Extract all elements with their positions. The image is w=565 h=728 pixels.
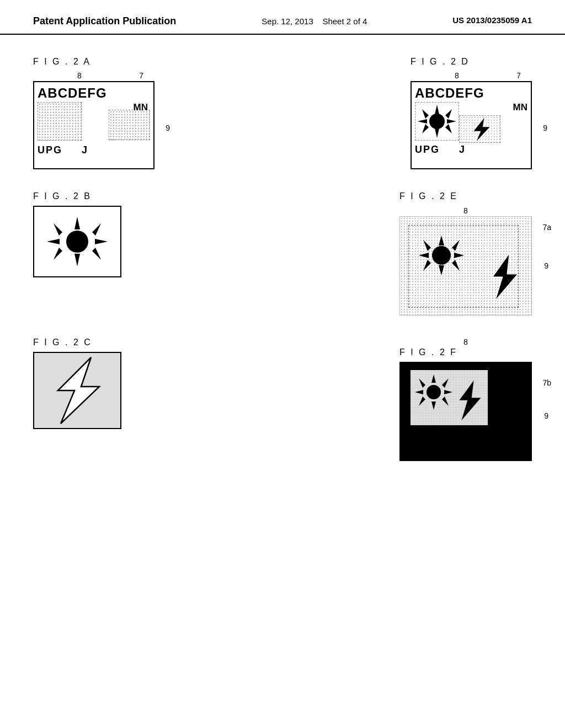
row-3: F I G . 2 C 8 F I G . 2 F bbox=[33, 338, 532, 463]
fig2d-middle-area: MN bbox=[415, 102, 527, 143]
fig2f-inner-dotted bbox=[411, 370, 488, 425]
fig2d-top-annotations: 8 7 bbox=[411, 71, 532, 81]
svg-marker-13 bbox=[47, 239, 60, 244]
svg-marker-23 bbox=[454, 253, 464, 258]
svg-marker-15 bbox=[54, 223, 62, 235]
svg-marker-25 bbox=[452, 240, 460, 251]
fig2a-ann-9: 9 bbox=[166, 124, 170, 132]
svg-marker-40 bbox=[459, 380, 481, 421]
fig2e-container: F I G . 2 E 8 bbox=[399, 191, 532, 315]
fig2b-container: F I G . 2 B bbox=[33, 191, 121, 277]
svg-marker-29 bbox=[493, 254, 518, 300]
header-date-sheet: Sep. 12, 2013 Sheet 2 of 4 bbox=[262, 15, 367, 28]
content-area: F I G . 2 A 8 7 ABCDEFG bbox=[0, 40, 565, 480]
fig2b-box bbox=[33, 206, 121, 277]
fig2e-wrap: 8 bbox=[399, 206, 532, 315]
header-patent-number: US 2013/0235059 A1 bbox=[452, 15, 532, 25]
svg-marker-21 bbox=[439, 265, 444, 275]
svg-point-19 bbox=[66, 231, 88, 253]
svg-marker-11 bbox=[74, 217, 80, 229]
header-date: Sep. 12, 2013 bbox=[262, 17, 313, 26]
fig2a-label: F I G . 2 A bbox=[33, 57, 154, 67]
fig2d-wrap: 8 7 ABCDEFG bbox=[411, 71, 532, 169]
fig2a-mn: MN bbox=[38, 102, 150, 113]
header-title: Patent Application Publication bbox=[33, 15, 176, 27]
svg-point-39 bbox=[427, 385, 441, 399]
fig2d-dotted-border bbox=[415, 102, 459, 141]
fig2e-lightning-svg bbox=[482, 252, 520, 302]
fig2f-ann-9: 9 bbox=[544, 411, 548, 420]
fig2d-label: F I G . 2 D bbox=[411, 57, 532, 67]
fig2b-label: F I G . 2 B bbox=[33, 191, 121, 201]
fig2f-label: F I G . 2 F bbox=[399, 347, 532, 357]
svg-marker-38 bbox=[442, 397, 449, 406]
fig2c-container: F I G . 2 C bbox=[33, 338, 121, 429]
svg-point-28 bbox=[432, 246, 451, 265]
fig2f-box bbox=[399, 362, 532, 461]
svg-marker-31 bbox=[431, 374, 436, 383]
svg-marker-16 bbox=[92, 223, 101, 235]
fig2c-box bbox=[33, 352, 121, 429]
fig2a-text-row1: ABCDEFG bbox=[34, 82, 153, 101]
fig2d-lightning-dotted bbox=[459, 115, 500, 143]
header-sheet: Sheet 2 of 4 bbox=[322, 17, 367, 26]
fig2a-dotted-right bbox=[109, 110, 150, 140]
svg-marker-32 bbox=[431, 402, 436, 410]
fig2a-dotted-area: MN bbox=[38, 102, 150, 143]
svg-marker-24 bbox=[423, 240, 431, 251]
svg-marker-27 bbox=[452, 260, 460, 271]
svg-marker-17 bbox=[54, 248, 62, 260]
fig2d-ann-8: 8 bbox=[455, 71, 459, 80]
fig2c-label: F I G . 2 C bbox=[33, 338, 121, 347]
fig2d-container: F I G . 2 D 8 7 ABCDEFG bbox=[411, 57, 532, 169]
fig2e-sun-wrap bbox=[417, 233, 466, 280]
fig2d-right-area: MN bbox=[459, 102, 527, 143]
fig2e-box bbox=[399, 216, 532, 315]
fig2d-ann-7: 7 bbox=[516, 71, 521, 80]
fig2f-lightning-svg bbox=[449, 378, 485, 422]
svg-marker-26 bbox=[423, 260, 431, 271]
fig2a-ann-7: 7 bbox=[139, 71, 143, 80]
svg-marker-30 bbox=[58, 357, 99, 424]
svg-marker-18 bbox=[92, 248, 101, 260]
fig2f-container: 8 F I G . 2 F bbox=[399, 338, 532, 463]
svg-marker-35 bbox=[419, 378, 425, 388]
fig2d-text-row1: ABCDEFG bbox=[412, 82, 531, 101]
fig2d-mn: MN bbox=[459, 102, 527, 113]
fig2e-label: F I G . 2 E bbox=[399, 191, 458, 201]
svg-marker-10 bbox=[473, 117, 490, 142]
fig2d-bottom-text: UPG J bbox=[412, 144, 531, 158]
fig2f-ann-7b: 7b bbox=[542, 378, 551, 387]
fig2b-sun-svg bbox=[44, 214, 110, 269]
fig2e-ann-8-label: 8 bbox=[399, 206, 532, 215]
svg-marker-14 bbox=[95, 239, 108, 244]
svg-marker-22 bbox=[419, 253, 429, 258]
page: Patent Application Publication Sep. 12, … bbox=[0, 0, 565, 728]
svg-marker-33 bbox=[415, 390, 423, 394]
fig2f-ann-8-label: 8 bbox=[399, 338, 532, 346]
row-1: F I G . 2 A 8 7 ABCDEFG bbox=[33, 57, 532, 169]
fig2a-container: F I G . 2 A 8 7 ABCDEFG bbox=[33, 57, 154, 169]
fig2a-top-annotations: 8 7 bbox=[33, 71, 154, 81]
fig2e-sun-svg bbox=[417, 233, 466, 277]
fig2f-sun-svg bbox=[413, 373, 455, 411]
fig2e-lightning-wrap bbox=[482, 252, 520, 304]
fig2d-ann-9: 9 bbox=[543, 124, 547, 132]
fig2a-ann-8: 8 bbox=[77, 71, 82, 80]
fig2d-sun-area bbox=[415, 102, 459, 141]
fig2e-label-row: F I G . 2 E bbox=[399, 191, 532, 206]
fig2d-box: ABCDEFG bbox=[411, 81, 532, 169]
fig2a-bottom-text: UPG J bbox=[34, 144, 153, 158]
svg-marker-36 bbox=[442, 378, 449, 388]
fig2e-ann-7a: 7a bbox=[542, 223, 551, 232]
fig2f-wrap: 7b 9 bbox=[399, 362, 532, 461]
fig2d-lightning-svg bbox=[460, 116, 501, 143]
fig2a-box: ABCDEFG MN UPG J bbox=[33, 81, 154, 169]
svg-marker-37 bbox=[419, 397, 425, 406]
row-2: F I G . 2 B bbox=[33, 191, 532, 315]
svg-marker-12 bbox=[74, 254, 80, 266]
svg-marker-20 bbox=[439, 235, 444, 245]
fig2e-ann-9: 9 bbox=[544, 261, 548, 270]
fig2c-lightning-svg bbox=[41, 355, 113, 426]
page-header: Patent Application Publication Sep. 12, … bbox=[0, 0, 565, 35]
